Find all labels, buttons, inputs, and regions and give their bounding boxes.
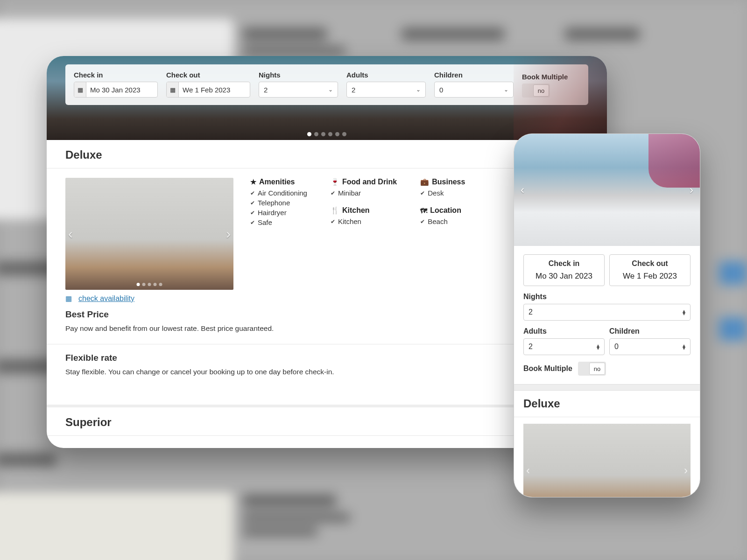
mobile-children-label: Children bbox=[609, 327, 691, 336]
nights-select[interactable]: 2 ⌄ bbox=[259, 82, 338, 98]
calendar-icon: ▦ bbox=[74, 82, 86, 97]
room-photo[interactable]: ‹ › bbox=[65, 178, 233, 290]
mobile-children-value: 0 bbox=[614, 343, 619, 351]
check-availability-link[interactable]: check availability bbox=[78, 294, 134, 303]
mobile-hero-image: ‹ › bbox=[514, 134, 700, 246]
checkout-label: Check out bbox=[166, 71, 250, 79]
check-icon: ✔ bbox=[420, 190, 425, 196]
check-icon: ✔ bbox=[250, 219, 255, 226]
map-icon: 🗺 bbox=[420, 207, 427, 215]
check-icon: ✔ bbox=[420, 218, 425, 225]
food-item: Minibar bbox=[338, 189, 361, 197]
adults-select[interactable]: 2 ⌄ bbox=[346, 82, 426, 98]
stepper-icon: ▴▾ bbox=[597, 344, 599, 350]
location-heading: Location bbox=[430, 206, 461, 215]
business-heading: Business bbox=[432, 178, 465, 186]
carousel-prev-icon[interactable]: ‹ bbox=[521, 183, 524, 196]
carousel-prev-icon[interactable]: ‹ bbox=[526, 464, 530, 477]
star-icon: ★ bbox=[250, 178, 256, 186]
photo-dots[interactable] bbox=[137, 283, 162, 286]
mobile-preview: ‹ › Check in Mo 30 Jan 2023 Check out We… bbox=[514, 133, 700, 497]
amenity-item: Safe bbox=[258, 218, 272, 226]
kitchen-item: Kitchen bbox=[338, 217, 361, 225]
adults-label: Adults bbox=[346, 71, 426, 79]
check-icon: ✔ bbox=[331, 190, 335, 196]
stepper-icon: ▴▾ bbox=[683, 309, 685, 315]
utensils-icon: 🍴 bbox=[331, 206, 339, 215]
mobile-adults-select[interactable]: 2 ▴▾ bbox=[523, 338, 605, 355]
chevron-down-icon: ⌄ bbox=[416, 86, 421, 93]
mobile-nights-value: 2 bbox=[529, 308, 533, 316]
amenities-heading: Amenities bbox=[259, 178, 295, 186]
mobile-checkin-input[interactable]: Check in Mo 30 Jan 2023 bbox=[523, 254, 605, 286]
children-select[interactable]: 0 ⌄ bbox=[434, 82, 514, 98]
amenity-item: Air Conditioning bbox=[258, 189, 307, 197]
carousel-prev-icon[interactable]: ‹ bbox=[68, 226, 73, 242]
book-multiple-label: Book Multiple bbox=[522, 73, 568, 81]
carousel-dots[interactable] bbox=[307, 132, 346, 136]
children-label: Children bbox=[434, 71, 514, 79]
checkout-value: We 1 Feb 2023 bbox=[183, 86, 230, 94]
mobile-book-multiple-label: Book Multiple bbox=[523, 364, 572, 373]
mobile-checkin-value: Mo 30 Jan 2023 bbox=[527, 272, 601, 281]
carousel-next-icon[interactable]: › bbox=[690, 183, 693, 196]
hero-image: Check in ▦ Mo 30 Jan 2023 Check out ▦ We… bbox=[47, 56, 607, 140]
mobile-checkout-label: Check out bbox=[613, 259, 687, 268]
amenity-item: Hairdryer bbox=[258, 209, 287, 217]
divider bbox=[514, 384, 700, 391]
mobile-checkout-input[interactable]: Check out We 1 Feb 2023 bbox=[609, 254, 691, 286]
mobile-book-multiple-value: no bbox=[594, 365, 600, 372]
checkin-value: Mo 30 Jan 2023 bbox=[90, 86, 141, 94]
rate-description: Pay now and benefit from our lowest rate… bbox=[65, 324, 588, 333]
nights-value: 2 bbox=[264, 86, 268, 94]
mobile-search-form: Check in Mo 30 Jan 2023 Check out We 1 F… bbox=[514, 246, 700, 384]
rate-title: Best Price bbox=[65, 309, 588, 320]
checkin-label: Check in bbox=[74, 71, 158, 79]
mobile-adults-value: 2 bbox=[529, 343, 533, 351]
location-item: Beach bbox=[428, 217, 448, 225]
chevron-down-icon: ⌄ bbox=[328, 86, 333, 93]
mobile-nights-select[interactable]: 2 ▴▾ bbox=[523, 304, 691, 321]
checkout-input[interactable]: ▦ We 1 Feb 2023 bbox=[166, 82, 250, 98]
rate-description: Stay flexible. You can change or cancel … bbox=[65, 368, 588, 376]
mobile-book-multiple-toggle[interactable]: no bbox=[578, 362, 606, 376]
calendar-icon: ▦ bbox=[65, 294, 72, 303]
book-multiple-toggle[interactable]: no bbox=[522, 84, 550, 98]
carousel-next-icon[interactable]: › bbox=[684, 464, 688, 477]
nights-label: Nights bbox=[259, 71, 338, 79]
kitchen-heading: Kitchen bbox=[342, 206, 370, 215]
search-bar: Check in ▦ Mo 30 Jan 2023 Check out ▦ We… bbox=[65, 64, 588, 105]
mobile-checkin-label: Check in bbox=[527, 259, 601, 268]
amenity-item: Telephone bbox=[258, 199, 290, 207]
book-multiple-value: no bbox=[538, 87, 544, 94]
business-item: Desk bbox=[428, 189, 444, 197]
glass-icon: 🍷 bbox=[331, 178, 339, 186]
mobile-checkout-value: We 1 Feb 2023 bbox=[613, 272, 687, 281]
stepper-icon: ▴▾ bbox=[683, 344, 685, 350]
check-icon: ✔ bbox=[250, 190, 255, 196]
rate-title: Flexible rate bbox=[65, 353, 588, 363]
mobile-room-photo[interactable]: ‹ › bbox=[523, 424, 691, 497]
food-heading: Food and Drink bbox=[342, 178, 397, 186]
calendar-icon: ▦ bbox=[167, 82, 179, 97]
check-icon: ✔ bbox=[250, 210, 255, 216]
mobile-children-select[interactable]: 0 ▴▾ bbox=[609, 338, 691, 355]
mobile-nights-label: Nights bbox=[523, 293, 691, 301]
adults-value: 2 bbox=[352, 86, 355, 94]
mobile-room-title: Deluxe bbox=[514, 391, 700, 417]
mobile-adults-label: Adults bbox=[523, 327, 605, 336]
children-value: 0 bbox=[439, 86, 443, 94]
check-icon: ✔ bbox=[331, 218, 335, 225]
briefcase-icon: 💼 bbox=[420, 178, 429, 186]
carousel-next-icon[interactable]: › bbox=[226, 226, 231, 242]
checkin-input[interactable]: ▦ Mo 30 Jan 2023 bbox=[74, 82, 158, 98]
check-icon: ✔ bbox=[250, 200, 255, 206]
chevron-down-icon: ⌄ bbox=[504, 86, 508, 93]
